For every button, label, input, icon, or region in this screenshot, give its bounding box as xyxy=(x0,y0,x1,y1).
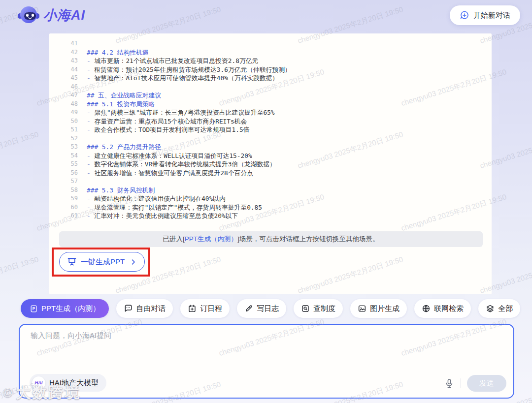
document-line: 46 xyxy=(49,83,492,92)
layers-icon xyxy=(486,304,495,313)
line-number: 46 xyxy=(49,83,78,92)
document-line: 61- 汇率对冲：美元负债比例建议压缩至总负债20%以下 xyxy=(49,212,492,220)
document-line: 45- 智慧地产：AIoT技术应用可使物管效率提升40%（万科实践数据） xyxy=(49,74,492,83)
divider xyxy=(461,378,461,388)
scene-tab-image[interactable]: 图片生成 xyxy=(350,299,407,318)
doc-search-icon xyxy=(301,304,310,313)
line-text: - 融资结构优化：建议信用债占比控制在40%以内 xyxy=(87,194,226,203)
document-line: 54- 建立健康住宅标准体系：WELL认证项目溢价可达15-20% xyxy=(49,152,492,160)
app-window: 小海AI 开始新对话 4142### 4.2 结构性机遇43- 城市更新：21个… xyxy=(0,0,532,403)
scene-tab-doc-search[interactable]: 查制度 xyxy=(294,299,343,318)
line-number: 50 xyxy=(49,117,78,126)
line-number: 55 xyxy=(49,160,78,169)
line-text: - 汇率对冲：美元负债比例建议压缩至总负债20%以下 xyxy=(87,212,238,220)
microphone-button[interactable] xyxy=(444,378,455,389)
line-text: - 数字化营销体系：VR带看转化率较传统模式提升3倍（龙湖数据） xyxy=(87,160,276,169)
document-line: 58### 5.3 财务风控机制 xyxy=(49,186,492,195)
line-text: - 建立健康住宅标准体系：WELL认证项目溢价可达15-20% xyxy=(87,152,252,160)
conversation-panel[interactable]: 4142### 4.2 结构性机遇43- 城市更新：21个试点城市已批复改造项目… xyxy=(49,33,492,294)
image-icon xyxy=(358,304,366,313)
new-chat-label: 开始新对话 xyxy=(473,11,510,20)
scene-tab-globe[interactable]: 联网检索 xyxy=(414,299,471,318)
line-number: 54 xyxy=(49,152,78,160)
message-input[interactable] xyxy=(31,331,375,363)
model-selector[interactable]: HAI HAI地产大模型 xyxy=(30,374,106,392)
line-number: 60 xyxy=(49,203,78,212)
notice-text-post: ]场景，可点击对话框上方按钮切换至其他场景。 xyxy=(237,235,379,244)
calendar-icon xyxy=(188,304,197,313)
scene-tab-label: 查制度 xyxy=(313,304,335,313)
document-line: 59- 融资结构优化：建议信用债占比控制在40%以内 xyxy=(49,194,492,203)
line-number: 42 xyxy=(49,48,78,57)
chevron-right-icon xyxy=(130,258,137,266)
line-number: 49 xyxy=(49,108,78,117)
scene-tab-layers[interactable]: 全部 xyxy=(478,299,520,318)
notice-text-highlight: PPT生成（内测） xyxy=(185,235,237,244)
new-chat-button[interactable]: 开始新对话 xyxy=(450,5,520,25)
scene-tab-label: 自由对话 xyxy=(136,304,166,313)
notice-text-pre: 已进入[ xyxy=(163,235,185,244)
ppt-doc-icon: P xyxy=(30,305,38,313)
scene-tab-pen[interactable]: 写日志 xyxy=(237,299,286,318)
line-text: ### 5.2 产品力提升路径 xyxy=(87,143,161,152)
line-number: 44 xyxy=(49,65,78,74)
document-line: 42### 4.2 结构性机遇 xyxy=(49,48,492,57)
send-button[interactable]: 发送 xyxy=(467,375,506,392)
line-text: - 政企合作模式：TOD项目开发利润率可达常规项目1.5倍 xyxy=(87,125,249,134)
line-number: 43 xyxy=(49,57,78,65)
document-line: 52 xyxy=(49,134,492,143)
robot-logo-icon xyxy=(19,5,38,25)
composer-controls: 发送 xyxy=(444,375,506,392)
line-text: ### 4.2 结构性机遇 xyxy=(87,48,149,57)
scene-tab-label: 图片生成 xyxy=(370,304,399,313)
document-line: 53### 5.2 产品力提升路径 xyxy=(49,143,492,152)
line-text: - 存量资产运营：重点布局15个核心城市商办REITs机会 xyxy=(87,117,247,126)
document-line: 44- 租赁蓝海：预计2025年住房租赁市场规模达3.6万亿元（仲联行预测） xyxy=(49,65,492,74)
watermark-stamp: chengyu03 2025年2月20日 19:50 xyxy=(0,130,40,171)
copyright-icon: © xyxy=(3,385,14,401)
model-label: HAI地产大模型 xyxy=(49,378,99,388)
line-text: - 租赁蓝海：预计2025年住房租赁市场规模达3.6万亿元（仲联行预测） xyxy=(87,65,291,74)
scene-notice-bar: 已进入[PPT生成（内测）]场景，可点击对话框上方按钮切换至其他场景。 xyxy=(59,231,483,247)
document-line: 60- 现金流管理：实行"以销定产"模式，存货周转率提升至0.85 xyxy=(49,203,492,212)
document-line: 43- 城市更新：21个试点城市已批复改造项目总投资2.8万亿元 xyxy=(49,57,492,65)
line-number: 56 xyxy=(49,169,78,178)
document-line: 57 xyxy=(49,177,492,186)
line-number: 58 xyxy=(49,186,78,195)
generate-ppt-button[interactable]: 一键生成PPT xyxy=(59,252,145,272)
line-text: - 聚焦"两横三纵"城市群：长三角/粤港澳投资占比建议提升至65% xyxy=(87,108,275,117)
line-text: ## 五、企业战略应对建议 xyxy=(87,91,161,100)
scene-tab-chat[interactable]: 自由对话 xyxy=(116,299,173,318)
line-text: - 社区服务增值：智慧物业可使客户满意度提升28个百分点 xyxy=(87,169,253,178)
line-number: 57 xyxy=(49,177,78,186)
globe-icon xyxy=(422,304,431,313)
line-number: 53 xyxy=(49,143,78,152)
line-text: ### 5.3 财务风控机制 xyxy=(87,186,155,195)
line-text: - 智慧地产：AIoT技术应用可使物管效率提升40%（万科实践数据） xyxy=(87,74,278,83)
composer: HAI HAI地产大模型 发送 xyxy=(19,324,514,399)
line-number: 59 xyxy=(49,194,78,203)
pen-icon xyxy=(244,304,253,313)
scene-tab-ppt-doc[interactable]: PPPT生成（内测） xyxy=(21,299,109,318)
generate-ppt-label: 一键生成PPT xyxy=(81,257,125,267)
document-line: 56- 社区服务增值：智慧物业可使客户满意度提升28个百分点 xyxy=(49,169,492,178)
line-number: 41 xyxy=(49,39,78,48)
header: 小海AI 开始新对话 xyxy=(0,0,532,31)
document-line: 48### 5.1 投资布局策略 xyxy=(49,100,492,109)
watermark-stamp: chengyu03 2025年2月20日 19:50 xyxy=(0,255,40,296)
chat-icon xyxy=(124,304,133,313)
document-line: 49- 聚焦"两横三纵"城市群：长三角/粤港澳投资占比建议提升至65% xyxy=(49,108,492,117)
scene-tab-label: 写日志 xyxy=(257,304,279,313)
app-logo: 小海AI xyxy=(19,5,85,25)
svg-text:P: P xyxy=(33,307,35,311)
document-line: 55- 数字化营销体系：VR带看转化率较传统模式提升3倍（龙湖数据） xyxy=(49,160,492,169)
scene-tab-label: 联网检索 xyxy=(434,304,464,313)
presentation-board-icon xyxy=(67,257,77,267)
scene-tab-calendar[interactable]: 订日程 xyxy=(180,299,230,318)
document-line: 41 xyxy=(49,39,492,48)
scene-tabs: PPPT生成（内测）自由对话订日程写日志查制度图片生成联网检索全部 xyxy=(21,299,520,318)
line-text: ### 5.1 投资布局策略 xyxy=(87,100,155,109)
line-text: - 现金流管理：实行"以销定产"模式，存货周转率提升至0.85 xyxy=(87,203,262,212)
document-line: 50- 存量资产运营：重点布局15个核心城市商办REITs机会 xyxy=(49,117,492,126)
hai-model-badge-icon: HAI xyxy=(32,376,45,390)
